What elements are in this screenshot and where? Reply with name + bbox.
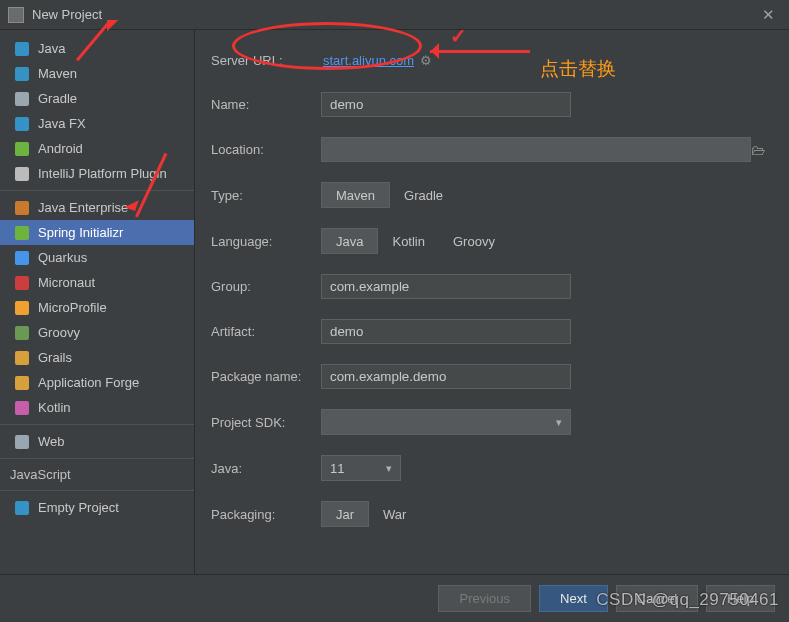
sidebar-item-label: Grails (38, 350, 72, 365)
previous-button[interactable]: Previous (438, 585, 531, 612)
sidebar-item-label: Gradle (38, 91, 77, 106)
type-option-maven[interactable]: Maven (321, 182, 390, 208)
forge-icon (14, 375, 30, 391)
sidebar-item-label: Maven (38, 66, 77, 81)
close-icon[interactable]: ✕ (756, 6, 781, 24)
svg-rect-3 (15, 117, 29, 131)
type-segmented: Maven Gradle (321, 182, 457, 208)
package-input[interactable] (321, 364, 571, 389)
sidebar-item-web[interactable]: Web (0, 429, 194, 454)
svg-rect-0 (15, 42, 29, 56)
artifact-input[interactable] (321, 319, 571, 344)
sidebar-item-label: Web (38, 434, 65, 449)
svg-rect-10 (15, 301, 29, 315)
spring-icon (14, 225, 30, 241)
sidebar-item-label: Java (38, 41, 65, 56)
sidebar-item-groovy[interactable]: Groovy (0, 320, 194, 345)
svg-rect-14 (15, 401, 29, 415)
packaging-option-war[interactable]: War (369, 501, 420, 527)
sidebar-item-gradle[interactable]: Gradle (0, 86, 194, 111)
sidebar-item-android[interactable]: Android (0, 136, 194, 161)
svg-rect-4 (15, 142, 29, 156)
language-label: Language: (211, 234, 321, 249)
svg-rect-1 (15, 67, 29, 81)
svg-rect-16 (15, 501, 29, 515)
sidebar-item-spring-initializr[interactable]: Spring Initializr (0, 220, 194, 245)
group-label: Group: (211, 279, 321, 294)
packaging-option-jar[interactable]: Jar (321, 501, 369, 527)
name-label: Name: (211, 97, 321, 112)
sidebar-item-label: Empty Project (38, 500, 119, 515)
microprofile-icon (14, 300, 30, 316)
sidebar-item-label: Kotlin (38, 400, 71, 415)
name-input[interactable] (321, 92, 571, 117)
sdk-label: Project SDK: (211, 415, 321, 430)
sidebar-item-label: MicroProfile (38, 300, 107, 315)
svg-rect-5 (15, 167, 29, 181)
titlebar: New Project ✕ (0, 0, 789, 30)
sidebar-item-kotlin[interactable]: Kotlin (0, 395, 194, 420)
packaging-label: Packaging: (211, 507, 321, 522)
type-label: Type: (211, 188, 321, 203)
sidebar-item-grails[interactable]: Grails (0, 345, 194, 370)
svg-rect-8 (15, 251, 29, 265)
sidebar-item-application-forge[interactable]: Application Forge (0, 370, 194, 395)
sidebar-item-java-fx[interactable]: Java FX (0, 111, 194, 136)
artifact-label: Artifact: (211, 324, 321, 339)
main-panel: Server URL: start.aliyun.com ⚙ Name: Loc… (195, 30, 789, 574)
svg-rect-15 (15, 435, 29, 449)
sdk-select[interactable] (321, 409, 571, 435)
sidebar-item-label: Groovy (38, 325, 80, 340)
sidebar-item-label: Java FX (38, 116, 86, 131)
folder-icon (14, 41, 30, 57)
svg-rect-12 (15, 351, 29, 365)
sidebar-item-empty-project[interactable]: Empty Project (0, 495, 194, 520)
group-input[interactable] (321, 274, 571, 299)
grails-icon (14, 350, 30, 366)
package-label: Package name: (211, 369, 321, 384)
svg-rect-11 (15, 326, 29, 340)
sidebar-item-java[interactable]: Java (0, 36, 194, 61)
location-label: Location: (211, 142, 321, 157)
server-url-link[interactable]: start.aliyun.com (323, 53, 414, 68)
sidebar-item-java-enterprise[interactable]: Java Enterprise (0, 195, 194, 220)
kotlin-icon (14, 400, 30, 416)
sidebar-item-label: Micronaut (38, 275, 95, 290)
app-logo-icon (8, 7, 24, 23)
server-url-label: Server URL: (211, 53, 321, 68)
svg-rect-2 (15, 92, 29, 106)
sidebar-item-maven[interactable]: Maven (0, 61, 194, 86)
intellij-icon (14, 166, 30, 182)
groovy-icon (14, 325, 30, 341)
gradle-icon (14, 91, 30, 107)
folder-icon (14, 116, 30, 132)
sidebar-item-label: Spring Initializr (38, 225, 123, 240)
language-segmented: Java Kotlin Groovy (321, 228, 509, 254)
sidebar-section-javascript: JavaScript (0, 463, 194, 486)
android-icon (14, 141, 30, 157)
packaging-segmented: Jar War (321, 501, 420, 527)
gear-icon[interactable]: ⚙ (420, 53, 432, 68)
language-option-java[interactable]: Java (321, 228, 378, 254)
sidebar-item-label: Android (38, 141, 83, 156)
micronaut-icon (14, 275, 30, 291)
window-title: New Project (32, 7, 756, 22)
sidebar-item-micronaut[interactable]: Micronaut (0, 270, 194, 295)
sidebar-item-quarkus[interactable]: Quarkus (0, 245, 194, 270)
sidebar: JavaMavenGradleJava FXAndroidIntelliJ Pl… (0, 30, 195, 574)
quarkus-icon (14, 250, 30, 266)
svg-rect-6 (15, 201, 29, 215)
language-option-kotlin[interactable]: Kotlin (378, 228, 439, 254)
folder-icon (14, 500, 30, 516)
maven-icon (14, 66, 30, 82)
jee-icon (14, 200, 30, 216)
sidebar-item-intellij-platform-plugin[interactable]: IntelliJ Platform Plugin (0, 161, 194, 186)
svg-rect-9 (15, 276, 29, 290)
browse-folder-icon[interactable]: 🗁 (751, 142, 765, 158)
java-select[interactable]: 11 (321, 455, 401, 481)
sidebar-item-microprofile[interactable]: MicroProfile (0, 295, 194, 320)
location-input[interactable] (321, 137, 751, 162)
sidebar-item-label: Java Enterprise (38, 200, 128, 215)
type-option-gradle[interactable]: Gradle (390, 182, 457, 208)
language-option-groovy[interactable]: Groovy (439, 228, 509, 254)
